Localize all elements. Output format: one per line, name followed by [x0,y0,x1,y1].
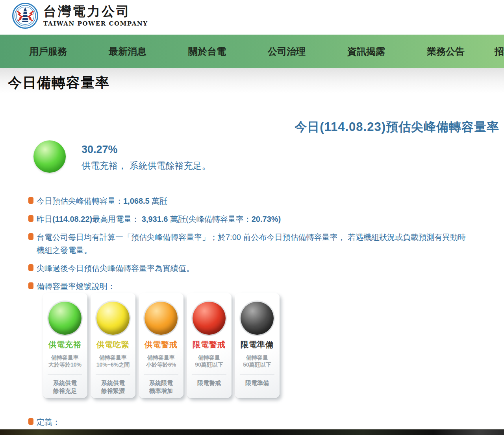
card-divider [96,374,130,374]
card-sub-line1: 備轉容量 [235,354,280,361]
green-light-icon [48,302,82,335]
bullet3-line2: 機組之發電量。 [37,245,466,256]
card-bottom-line1: 系統限電 [139,379,183,387]
logo-title-zh: 台灣電力公司 [43,4,148,19]
bullet2-label: 最高用電量： [92,215,142,223]
bullet2-value: 3,931.6 [142,215,168,223]
orange-square-bullet-icon [28,418,33,425]
card-title: 供電警戒 [139,339,183,350]
yellow-light-icon [96,302,130,335]
status-text: 30.27% 供電充裕， 系統供電餘裕充足。 [82,140,211,173]
bullet2-prefix: 昨日 [37,215,52,223]
bullet-today-forecast-capacity: 今日預估尖峰備轉容量：1,068.5 萬瓩 [28,196,504,206]
site-header: 台灣電力公司 TAIWAN POWER COMPANY [0,0,504,35]
card-divider [240,374,274,374]
card-bottom-line2: 餘裕緊澀 [91,387,135,395]
nav-item-business-announcements[interactable]: 業務公告 [406,45,485,58]
nav-item-corporate-governance[interactable]: 公司治理 [247,45,326,58]
card-divider [48,374,82,374]
light-card-red: 限電警戒 備轉容量 90萬瓩以下 限電警戒 [187,293,232,398]
bullet2-date: (114.08.22) [52,215,92,223]
nav-item-latest-news[interactable]: 最新消息 [88,45,167,58]
bullet-light-legend-label: 備轉容量率燈號說明： [28,281,504,292]
nav-item-customer-service[interactable]: 用戶服務 [8,45,88,58]
card-bottom-line2: 餘裕充足 [43,387,87,395]
red-light-icon [193,302,226,335]
card-title: 供電吃緊 [91,339,135,350]
reserve-rate-description: 供電充裕， 系統供電餘裕充足。 [82,160,211,172]
card-bottom-line2: 機率增加 [139,387,183,395]
definition-label: 定義： [37,417,60,428]
orange-square-bullet-icon [28,282,33,289]
info-bullet-list: 今日預估尖峰備轉容量：1,068.5 萬瓩 昨日(114.08.22)最高用電量… [28,196,504,299]
card-sub-line2: 90萬瓩以下 [187,361,232,368]
orange-square-bullet-icon [28,215,33,222]
bullet1-value: 1,068.5 [123,197,150,205]
footer-photo-strip [0,429,504,435]
bullet5-text: 備轉容量率燈號說明： [37,281,115,292]
logo-text: 台灣電力公司 TAIWAN POWER COMPANY [43,2,148,27]
status-row: 30.27% 供電充裕， 系統供電餘裕充足。 [33,140,211,173]
definition-section-label: 定義： [28,417,60,428]
orange-square-bullet-icon [28,197,33,204]
nav-item-info-disclosure[interactable]: 資訊揭露 [326,45,406,58]
title-band: 今日備轉容量率 [0,68,504,100]
main-nav: 用戶服務 最新消息 關於台電 公司治理 資訊揭露 業務公告 招標資訊 [0,35,504,68]
card-sub-line2: 50萬瓩以下 [235,361,280,368]
card-sub-line2: 大於等於10% [43,361,87,368]
bullet4-text: 尖峰過後今日預估尖峰備轉容量率為實績值。 [37,263,194,274]
card-divider [192,374,226,374]
light-card-orange: 供電警戒 備轉容量率 小於等於6% 系統限電 機率增加 [139,293,183,398]
card-bottom-line1: 限電準備 [235,379,280,387]
card-sub-line1: 備轉容量率 [139,354,183,361]
nav-item-about-taipower[interactable]: 關於台電 [167,45,247,58]
taipower-logo-icon [12,2,39,29]
nav-item-tender-info-clipped[interactable]: 招標資訊 [495,35,504,68]
card-divider [144,374,178,374]
card-sub-line1: 備轉容量率 [91,354,135,361]
orange-square-bullet-icon [28,233,33,240]
card-sub-line2: 10%~6%之間 [91,361,135,368]
card-title: 限電警戒 [187,339,232,350]
logo-title-en: TAIWAN POWER COMPANY [43,20,148,27]
bullet2-rate: 20.73%) [252,215,281,223]
forecast-heading: 今日(114.08.23)預估尖峰備轉容量率 [295,119,499,135]
bullet1-text: 今日預估尖峰備轉容量： [37,197,123,205]
page: 台灣電力公司 TAIWAN POWER COMPANY 用戶服務 最新消息 關於… [0,0,504,435]
page-title: 今日備轉容量率 [0,68,504,92]
black-light-icon [241,302,274,335]
light-legend-cards: 供電充裕 備轉容量率 大於等於10% 系統供電 餘裕充足 供電吃緊 備轉容量率 … [43,293,280,398]
card-title: 供電充裕 [43,339,87,350]
light-card-green: 供電充裕 備轉容量率 大於等於10% 系統供電 餘裕充足 [43,293,87,398]
taipower-logo[interactable]: 台灣電力公司 TAIWAN POWER COMPANY [12,2,148,29]
card-bottom-line1: 系統供電 [43,379,87,387]
bullet-after-peak-note: 尖峰過後今日預估尖峰備轉容量率為實績值。 [28,263,504,274]
bullet-calculation-note: 台電公司每日均有計算一「預估尖峰備轉容量率」；於7:00 前公布今日預估備轉容量… [28,232,504,256]
card-title: 限電準備 [235,339,280,350]
card-bottom-line1: 限電警戒 [187,379,232,387]
status-green-light-icon [33,140,66,173]
bullet3-line1: 台電公司每日均有計算一「預估尖峰備轉容量率」；於7:00 前公布今日預估備轉容量… [37,232,466,243]
bullet1-unit: 萬瓩 [150,197,168,205]
card-sub-line1: 備轉容量 [187,354,232,361]
card-sub-line2: 小於等於6% [139,361,183,368]
orange-square-bullet-icon [28,264,33,271]
card-bottom-line1: 系統供電 [91,379,135,387]
card-sub-line1: 備轉容量率 [43,354,87,361]
reserve-rate-percent: 30.27% [82,144,211,156]
light-card-yellow: 供電吃緊 備轉容量率 10%~6%之間 系統供電 餘裕緊澀 [91,293,135,398]
orange-light-icon [145,302,178,335]
light-card-black: 限電準備 備轉容量 50萬瓩以下 限電準備 [235,293,280,398]
bullet-yesterday-peak-load: 昨日(114.08.22)最高用電量： 3,931.6 萬瓩(尖峰備轉容量率：2… [28,214,504,225]
bullet2-unit: 萬瓩(尖峰備轉容量率： [168,215,252,223]
